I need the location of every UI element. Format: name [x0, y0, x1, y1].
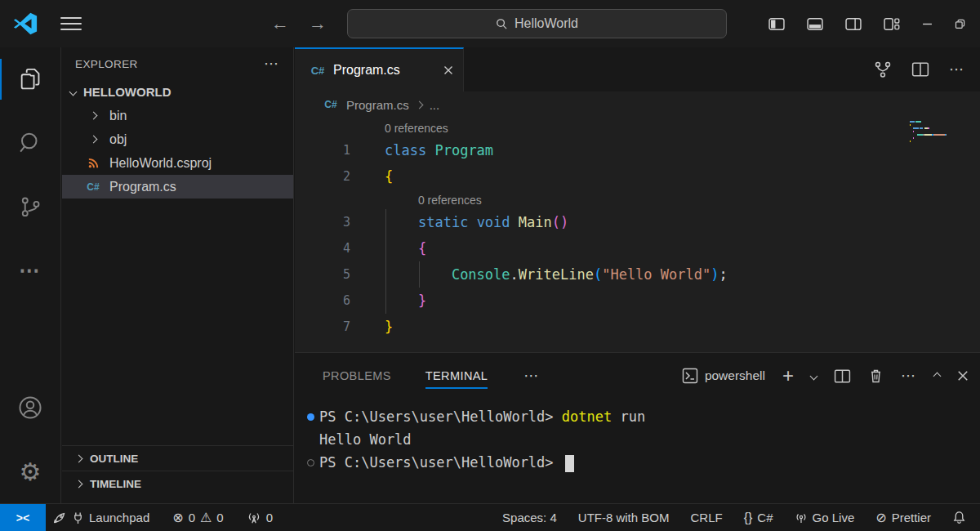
- more-views-icon[interactable]: ⋯: [0, 239, 60, 302]
- line-number: 4: [295, 235, 350, 261]
- slash-icon: ⊘: [875, 510, 886, 525]
- terminal-line: Hello World: [301, 428, 980, 451]
- status-eol[interactable]: CRLF: [683, 504, 729, 531]
- terminal-cursor: [565, 455, 574, 472]
- indent-guide: [385, 209, 386, 314]
- panel-tab-problems[interactable]: PROBLEMS: [323, 353, 391, 399]
- panel-header: PROBLEMSTERMINAL ⋯ powershell + ⋯: [295, 353, 980, 399]
- codelens-references[interactable]: 0 references: [295, 190, 980, 209]
- code-line-6[interactable]: 6 }: [295, 288, 980, 314]
- breadcrumb-symbol[interactable]: ...: [430, 98, 440, 112]
- settings-gear-icon[interactable]: ⚙: [0, 440, 60, 503]
- section-outline[interactable]: OUTLINE: [62, 445, 293, 471]
- close-panel-icon[interactable]: [957, 370, 969, 382]
- section-timeline[interactable]: TIMELINE: [62, 471, 293, 496]
- line-number: 3: [295, 209, 350, 235]
- source-control-view-icon[interactable]: [0, 175, 60, 239]
- code-text: {: [385, 235, 426, 261]
- code-line-2[interactable]: 2{: [295, 163, 980, 190]
- explorer-sidebar: EXPLORER ⋯ HELLOWORLD binobjHelloWorld.c…: [62, 47, 294, 503]
- status-prettier[interactable]: ⊘Prettier: [868, 504, 938, 531]
- tree-item-label: bin: [109, 109, 127, 123]
- breadcrumb: C# Program.cs ...: [295, 91, 980, 118]
- status-problems[interactable]: ⊗0⚠0: [165, 504, 230, 531]
- breadcrumb-separator-icon: [415, 100, 423, 109]
- tree-item-helloworld-csproj[interactable]: HelloWorld.csproj: [62, 151, 293, 175]
- restore-window-icon[interactable]: [955, 19, 965, 29]
- minimize-window-icon[interactable]: [922, 19, 933, 29]
- breadcrumb-file[interactable]: Program.cs: [346, 98, 409, 112]
- tree-item-bin[interactable]: bin: [62, 104, 293, 127]
- vscode-logo-icon: [13, 11, 38, 36]
- code-text: static void Main(): [385, 209, 568, 235]
- radio-icon: [247, 511, 261, 524]
- section-label: TIMELINE: [90, 478, 141, 490]
- source-control-graph-icon[interactable]: [874, 60, 892, 78]
- command-decoration-icon[interactable]: [301, 405, 319, 428]
- terminal-dropdown-icon[interactable]: [811, 373, 817, 379]
- code-line-5[interactable]: 5 Console.WriteLine("Hello World");: [295, 261, 980, 288]
- panel-more-actions-icon[interactable]: ⋯: [901, 367, 917, 385]
- line-number: 5: [295, 261, 350, 288]
- powershell-terminal-icon: [682, 368, 698, 384]
- explorer-more-actions-icon[interactable]: ⋯: [264, 55, 280, 73]
- file-tree: binobjHelloWorld.csprojC#Program.cs: [62, 104, 293, 199]
- remote-icon: ><: [16, 511, 29, 524]
- code-line-7[interactable]: 7}: [295, 314, 980, 340]
- editor-more-actions-icon[interactable]: ⋯: [949, 60, 965, 78]
- status-go-live[interactable]: Go Live: [787, 504, 862, 531]
- panel-views-more-icon[interactable]: ⋯: [523, 367, 540, 385]
- tab-program-cs[interactable]: C# Program.cs: [295, 47, 464, 91]
- status-label: Go Live: [813, 511, 855, 524]
- toggle-secondary-sidebar-icon[interactable]: [845, 17, 862, 31]
- bottom-panel: PROBLEMSTERMINAL ⋯ powershell + ⋯ PS C:\…: [295, 352, 980, 503]
- go-forward-icon[interactable]: →: [309, 13, 327, 34]
- broadcast-icon: [795, 511, 808, 524]
- csproj-file-icon: [83, 157, 103, 169]
- code-text: class Program: [385, 137, 493, 163]
- code-line-3[interactable]: 3 static void Main(): [295, 209, 980, 235]
- terminal-instance[interactable]: powershell: [682, 368, 765, 384]
- tree-item-program-cs[interactable]: C#Program.cs: [62, 175, 293, 199]
- tab-strip: C# Program.cs ⋯: [295, 47, 980, 91]
- code-line-4[interactable]: 4 {: [295, 235, 980, 261]
- status-encoding[interactable]: UTF-8 with BOM: [571, 504, 677, 531]
- search-icon: [496, 18, 508, 30]
- split-terminal-icon[interactable]: [834, 368, 851, 384]
- codelens-references[interactable]: 0 references: [295, 118, 980, 137]
- activity-bar: ⋯ ⚙: [0, 47, 61, 503]
- customize-layout-icon[interactable]: [884, 17, 900, 31]
- remote-indicator[interactable]: ><: [0, 504, 46, 531]
- go-back-icon[interactable]: ←: [271, 13, 289, 34]
- line-number: 6: [295, 288, 350, 314]
- code-line-1[interactable]: 1class Program: [295, 137, 980, 163]
- close-tab-icon[interactable]: [443, 65, 453, 75]
- code-editor[interactable]: 0 references1class Program2{0 references…: [295, 118, 980, 352]
- status-language-mode[interactable]: {}C#: [737, 504, 781, 531]
- braces-icon: {}: [744, 511, 753, 525]
- toggle-panel-icon[interactable]: [807, 17, 823, 31]
- tree-item-obj[interactable]: obj: [62, 127, 293, 151]
- kill-terminal-icon[interactable]: [868, 368, 884, 384]
- panel-tab-terminal[interactable]: TERMINAL: [425, 353, 488, 399]
- toggle-primary-sidebar-icon[interactable]: [768, 17, 785, 31]
- status-indentation[interactable]: Spaces: 4: [495, 504, 564, 531]
- accounts-icon[interactable]: [0, 376, 60, 440]
- explorer-view-icon[interactable]: [0, 47, 60, 111]
- application-menu-icon[interactable]: [60, 13, 82, 34]
- command-center-search[interactable]: HelloWorld: [347, 9, 727, 38]
- minimap[interactable]: [910, 121, 967, 144]
- terminal-text: PS C:\Users\user\HelloWorld>: [319, 451, 574, 474]
- status-ports[interactable]: 0: [239, 504, 280, 531]
- tree-root-helloworld[interactable]: HELLOWORLD: [62, 80, 293, 104]
- status-notifications[interactable]: [945, 504, 973, 531]
- new-terminal-icon[interactable]: +: [782, 364, 794, 387]
- terminal-output[interactable]: PS C:\Users\user\HelloWorld> dotnet runH…: [295, 399, 980, 474]
- tree-root-label: HELLOWORLD: [83, 85, 171, 99]
- section-label: OUTLINE: [90, 453, 138, 465]
- command-decoration-icon[interactable]: [301, 451, 319, 474]
- search-view-icon[interactable]: [0, 111, 60, 175]
- split-editor-icon[interactable]: [911, 61, 929, 78]
- maximize-panel-icon[interactable]: [934, 373, 940, 379]
- status-launchpad[interactable]: Launchpad: [46, 504, 157, 531]
